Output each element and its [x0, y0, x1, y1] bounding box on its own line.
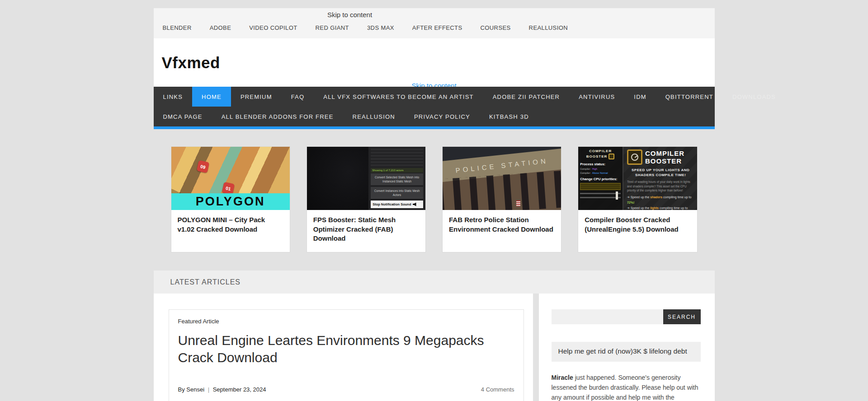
article-meta: By Sensei | September 23, 2024 4 Comment…	[178, 386, 514, 393]
hex-badge-label: 09	[200, 163, 206, 169]
secondary-nav: BLENDER ADOBE VIDEO COPILOT RED GIANT 3D…	[154, 19, 715, 38]
process-status-row: Compiler:High	[580, 168, 621, 170]
speaker-icon	[413, 203, 416, 206]
nav-item-faq[interactable]: FAQ	[282, 87, 314, 107]
post-card-compiler-booster: COMPILER BOOSTER Process status: Compile…	[578, 146, 697, 252]
article-byline: By Sensei | September 23, 2024	[178, 386, 266, 393]
priority-slider-art	[580, 193, 621, 194]
bullet-text: compiling time up to	[662, 196, 691, 199]
compiler-booster-small-logo: COMPILER BOOSTER	[580, 149, 621, 159]
post-title[interactable]: FPS Booster: Static Mesh Optimizer Crack…	[307, 210, 425, 249]
search-widget: SEARCH	[552, 309, 701, 324]
polygon-banner-text: POLYGON	[196, 195, 265, 209]
us-flag-icon	[516, 200, 520, 206]
bullet-text: compiling time up to	[659, 206, 688, 210]
section-header: LATEST ARTICLES	[154, 270, 715, 294]
topnav-item-video-copilot[interactable]: VIDEO COPILOT	[240, 24, 306, 31]
byline-separator: |	[208, 386, 209, 393]
post-title[interactable]: Compiler Booster Cracked (UnrealEngine 5…	[578, 210, 697, 239]
nav-item-antivirus[interactable]: ANTIVIRUS	[569, 87, 624, 107]
topnav-item-reallusion[interactable]: REALLUSION	[520, 24, 577, 31]
convert-button-art: Convert Instances into Static Mesh Actor…	[371, 187, 423, 199]
notice-paragraph-text: just happened. Someone's generosity less…	[552, 374, 698, 401]
post-title[interactable]: FAB Retro Police Station Environment Cra…	[443, 210, 561, 239]
post-card-police-station: POLICE STATION FAB Retro Police Station …	[442, 146, 561, 252]
compiler-booster-logo-text: COMPILER BOOSTER	[645, 149, 694, 165]
post-thumbnail-compiler-booster[interactable]: COMPILER BOOSTER Process status: Compile…	[578, 147, 697, 210]
post-title[interactable]: POLYGON MINI – City Pack v1.02 Cracked D…	[171, 210, 290, 239]
nav-item-reallusion[interactable]: REALLUSION	[343, 107, 405, 126]
bullet-highlight: lights	[650, 206, 659, 210]
nav-item-idm[interactable]: IDM	[624, 87, 656, 107]
site-header: Vfxmed	[154, 38, 715, 87]
process-label: Compiler:	[580, 172, 591, 174]
topnav-item-3ds-max[interactable]: 3DS MAX	[358, 24, 403, 31]
site-logo[interactable]: Vfxmed	[162, 54, 220, 72]
post-thumbnail-police-station[interactable]: POLICE STATION	[443, 147, 561, 210]
main-row: Featured Article Unreal Engine Leartes E…	[154, 294, 715, 401]
search-input[interactable]	[552, 309, 663, 324]
hex-badge-label: 01	[225, 185, 231, 191]
nav-item-privacy-policy[interactable]: PRIVACY POLICY	[405, 107, 480, 126]
top-strip: Skip to content BLENDER ADOBE VIDEO COPI…	[154, 8, 715, 38]
editor-panel-art: Showing 1 of 7,213 actors Convert Select…	[368, 147, 425, 210]
process-value: Above Normal	[592, 172, 608, 174]
nav-item-premium[interactable]: PREMIUM	[231, 87, 282, 107]
compiler-booster-lockup: COMPILER BOOSTER	[627, 149, 694, 165]
nav-item-downloads[interactable]: DOWNLOADS	[723, 87, 785, 107]
process-value: High	[592, 168, 597, 170]
chip-gauge-icon	[627, 149, 642, 165]
notice-paragraph-bold: Miracle	[552, 374, 573, 381]
nav-item-qbittorrent[interactable]: QBITTORRENT	[656, 87, 723, 107]
bullet-text: Speed up the	[631, 196, 651, 199]
section-title: LATEST ARTICLES	[170, 278, 241, 286]
article-title[interactable]: Unreal Engine Leartes Environments 9 Meg…	[178, 332, 506, 366]
process-status-row: Compiler:Above Normal	[580, 172, 621, 174]
compiler-promo-art: COMPILER BOOSTER SPEED UP YOUR LIGHTS AN…	[623, 147, 697, 210]
process-label: Compiler:	[580, 168, 591, 170]
compiler-bullets: Speed up the shaders compiling time up t…	[627, 195, 694, 210]
post-card-polygon-mini: 09 01 POLYGON POLYGON MINI – City Pack v…	[171, 146, 290, 252]
skip-to-content-link[interactable]: Skip to content	[327, 11, 372, 19]
bullet-highlight: shaders	[650, 196, 662, 199]
featured-cards: 09 01 POLYGON POLYGON MINI – City Pack v…	[154, 129, 715, 252]
nav-item-links[interactable]: LINKS	[154, 87, 193, 107]
main-content: Featured Article Unreal Engine Leartes E…	[154, 294, 533, 401]
police-station-sign: POLICE STATION	[455, 157, 549, 174]
topnav-item-courses[interactable]: COURSES	[472, 24, 520, 31]
polygon-banner: POLYGON	[171, 193, 290, 210]
page-container: Skip to content BLENDER ADOBE VIDEO COPI…	[154, 8, 715, 401]
nav-item-home[interactable]: HOME	[192, 87, 231, 107]
comments-link[interactable]: 4 Comments	[481, 386, 514, 393]
search-button[interactable]: SEARCH	[663, 309, 701, 324]
nav-accent-bar	[154, 126, 715, 129]
topnav-item-red-giant[interactable]: RED GIANT	[307, 24, 358, 31]
post-thumbnail-polygon-city[interactable]: 09 01 POLYGON	[171, 147, 290, 210]
sidebar: SEARCH Help me get rid of (now)3K $ life…	[539, 294, 715, 401]
nav-item-all-blender-addons[interactable]: ALL BLENDER ADDONS FOR FREE	[212, 107, 343, 126]
bullet-text: Speed up the	[631, 206, 651, 210]
nav-item-all-vfx-softwares[interactable]: ALL VFX SOFTWARES TO BECOME AN ARTIST	[314, 87, 483, 107]
compiler-tagline: SPEED UP YOUR LIGHTS AND SHADERS COMPILE…	[627, 168, 694, 177]
post-thumbnail-fps-booster[interactable]: Showing 1 of 7,213 actors Convert Select…	[307, 147, 425, 210]
actor-list-art	[371, 149, 423, 167]
notice-title: Help me get rid of (now)3K $ lifelong de…	[558, 347, 687, 355]
topnav-item-adobe[interactable]: ADOBE	[201, 24, 241, 31]
main-nav-row-2: DMCA PAGE ALL BLENDER ADDONS FOR FREE RE…	[154, 107, 715, 126]
nav-item-kitbash-3d[interactable]: KITBASH 3D	[480, 107, 538, 126]
hex-badge-icon: 01	[222, 182, 234, 195]
topnav-item-after-effects[interactable]: AFTER EFFECTS	[403, 24, 472, 31]
chip-icon	[609, 154, 614, 159]
nav-item-dmca-page[interactable]: DMCA PAGE	[154, 107, 212, 126]
post-card-fps-booster: Showing 1 of 7,213 actors Convert Select…	[307, 146, 426, 252]
featured-article-card: Featured Article Unreal Engine Leartes E…	[169, 309, 524, 401]
compiler-panel-art: COMPILER BOOSTER Process status: Compile…	[578, 147, 623, 210]
warning-note-art	[580, 183, 621, 190]
topnav-item-blender[interactable]: BLENDER	[154, 24, 201, 31]
bullet-value: 72%!	[627, 201, 634, 204]
convert-button-art: Convert Selected Static Mesh into Instan…	[371, 173, 423, 185]
notice-paragraph: Miracle just happened. Someone's generos…	[552, 373, 701, 401]
author-link[interactable]: Sensei	[186, 386, 204, 393]
priority-slider-art	[580, 197, 621, 198]
nav-item-adobe-zii-patcher[interactable]: ADOBE ZII PATCHER	[483, 87, 570, 107]
